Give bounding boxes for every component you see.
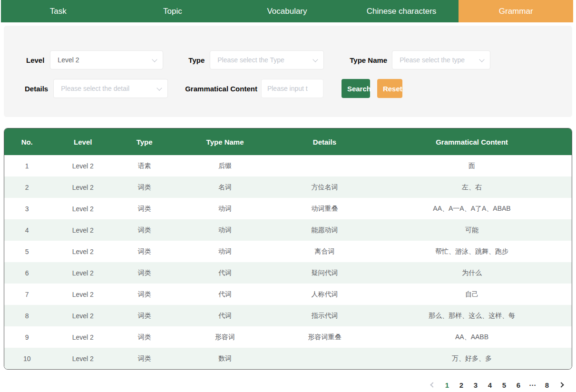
table-cell: 4	[4, 219, 49, 241]
pagination-page[interactable]: 4	[484, 379, 496, 391]
table-cell: 形容词	[173, 326, 277, 348]
table-row: 9Level 2词类形容词形容词重叠AA、AABB	[4, 326, 572, 348]
table-cell: 后缀	[173, 155, 277, 176]
table-cell: 语素	[116, 155, 173, 176]
type-select-placeholder: Please select the Type	[217, 56, 284, 64]
table-cell: 数词	[173, 348, 277, 369]
table-cell: 左、右	[372, 176, 572, 198]
table-cell: AA、AABB	[372, 326, 572, 348]
pagination-page[interactable]: 5	[498, 379, 510, 391]
level-label: Level	[26, 56, 44, 64]
table-cell: 词类	[116, 348, 173, 369]
pagination-page[interactable]: 2	[456, 379, 467, 391]
tab-vocabulary[interactable]: Vocabulary	[230, 0, 344, 22]
table-cell: 离合词	[277, 241, 372, 262]
level-select[interactable]: Level 2	[50, 50, 163, 69]
pagination-next-button[interactable]	[556, 379, 567, 391]
column-header: No.	[4, 128, 49, 155]
table-cell: 帮忙、游泳、跳舞、跑步	[372, 241, 572, 262]
table-cell: 人称代词	[277, 284, 372, 305]
details-select-placeholder: Please select the detail	[61, 85, 129, 92]
table-cell: 2	[4, 176, 49, 198]
pagination: 123456···8	[0, 379, 568, 391]
table-cell: 代词	[173, 305, 277, 326]
grammatical-content-input[interactable]	[261, 79, 323, 98]
grammatical-content-label: Grammatical Content	[185, 85, 257, 93]
table-cell	[277, 348, 372, 369]
tab-grammar[interactable]: Grammar	[459, 0, 573, 22]
table-cell: 形容词重叠	[277, 326, 372, 348]
table-cell: Level 2	[49, 284, 116, 305]
pagination-page[interactable]: 8	[541, 379, 553, 391]
details-label: Details	[25, 85, 48, 93]
type-name-select-placeholder: Please select the type	[400, 56, 465, 64]
column-header: Type Name	[173, 128, 277, 155]
table-cell: 动词	[173, 241, 277, 262]
table-cell: 那么、那样、这么、这样、每	[372, 305, 572, 326]
table-row: 6Level 2词类代词疑问代词为什么	[4, 262, 572, 284]
type-label: Type	[188, 56, 205, 64]
column-header: Grammatical Content	[372, 128, 572, 155]
pagination-page[interactable]: 6	[513, 379, 524, 391]
pagination-ellipsis[interactable]: ···	[527, 379, 538, 391]
chevron-down-icon	[152, 57, 157, 62]
tab-topic[interactable]: Topic	[116, 0, 230, 22]
table-row: 8Level 2词类代词指示代词那么、那样、这么、这样、每	[4, 305, 572, 326]
table-cell: 可能	[372, 219, 572, 241]
table-header-row: No.LevelTypeType NameDetailsGrammatical …	[4, 128, 572, 155]
pagination-page[interactable]: 1	[441, 379, 453, 391]
table-cell: 动词	[173, 198, 277, 219]
table-row: 4Level 2词类动词能愿动词可能	[4, 219, 572, 241]
reset-button[interactable]: Reset	[377, 79, 402, 98]
table-cell: 3	[4, 198, 49, 219]
search-button[interactable]: Search	[342, 79, 370, 98]
pagination-page[interactable]: 3	[470, 379, 481, 391]
type-select[interactable]: Please select the Type	[210, 50, 324, 69]
table-cell: 方位名词	[277, 176, 372, 198]
table-cell: 动词重叠	[277, 198, 372, 219]
table-cell: 名词	[173, 176, 277, 198]
filter-row-1: Level Level 2 Type Please select the Typ…	[26, 50, 572, 69]
table-cell: Level 2	[49, 262, 116, 284]
table-row: 1Level 2语素后缀面	[4, 155, 572, 176]
table-row: 7Level 2词类代词人称代词自己	[4, 284, 572, 305]
table-cell	[277, 155, 372, 176]
table-cell: 6	[4, 262, 49, 284]
table-cell: Level 2	[49, 155, 116, 176]
table-cell: 1	[4, 155, 49, 176]
table-cell: 词类	[116, 241, 173, 262]
details-select[interactable]: Please select the detail	[53, 79, 168, 98]
table-cell: 代词	[173, 262, 277, 284]
tab-task[interactable]: Task	[1, 0, 116, 22]
table-cell: 词类	[116, 305, 173, 326]
table-row: 5Level 2词类动词离合词帮忙、游泳、跳舞、跑步	[4, 241, 572, 262]
table-cell: 10	[4, 348, 49, 369]
table-cell: Level 2	[49, 348, 116, 369]
filter-panel: Level Level 2 Type Please select the Typ…	[4, 26, 572, 117]
table-cell: Level 2	[49, 198, 116, 219]
pagination-prev-button[interactable]	[427, 379, 439, 391]
table-cell: Level 2	[49, 305, 116, 326]
table-cell: 词类	[116, 176, 173, 198]
table-cell: Level 2	[49, 219, 116, 241]
tab-chinese-characters[interactable]: Chinese characters	[344, 0, 459, 22]
results-table-card: No.LevelTypeType NameDetailsGrammatical …	[4, 128, 572, 370]
table-cell: 词类	[116, 198, 173, 219]
filter-row-2: Details Please select the detail Grammat…	[26, 79, 572, 98]
column-header: Details	[277, 128, 372, 155]
chevron-down-icon	[313, 57, 318, 62]
table-cell: 指示代词	[277, 305, 372, 326]
table-cell: 疑问代词	[277, 262, 372, 284]
table-row: 2Level 2词类名词方位名词左、右	[4, 176, 572, 198]
table-cell: 能愿动词	[277, 219, 372, 241]
chevron-down-icon	[479, 57, 485, 62]
table-cell: AA、A一A、A了A、ABAB	[372, 198, 572, 219]
table-cell: Level 2	[49, 241, 116, 262]
table-cell: 词类	[116, 326, 173, 348]
top-nav: Task Topic Vocabulary Chinese characters…	[1, 0, 573, 22]
table-body: 1Level 2语素后缀面2Level 2词类名词方位名词左、右3Level 2…	[4, 155, 572, 369]
table-cell: 9	[4, 326, 49, 348]
results-table: No.LevelTypeType NameDetailsGrammatical …	[4, 128, 572, 369]
table-cell: 8	[4, 305, 49, 326]
type-name-select[interactable]: Please select the type	[392, 50, 490, 69]
